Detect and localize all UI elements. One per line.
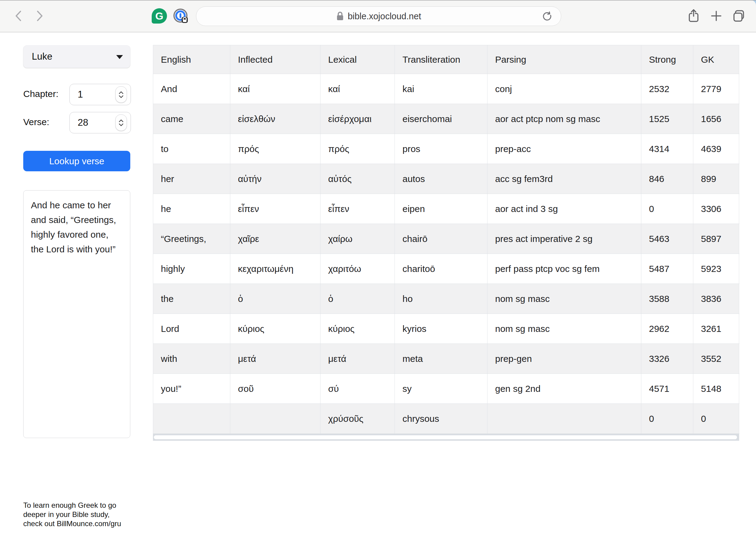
cell-english: the: [153, 284, 230, 314]
column-header-strong: Strong: [641, 45, 693, 74]
cell-strong: 4314: [641, 134, 693, 164]
book-select[interactable]: Luke: [23, 45, 130, 68]
table-row: highlyκεχαριτωμένηχαριτόωcharitoōperf pa…: [153, 254, 739, 284]
cell-lexical: αὐτός: [321, 164, 395, 194]
cell-english: Lord: [153, 314, 230, 344]
cell-parsing: prep-gen: [487, 344, 641, 374]
table-row: herαὐτήναὐτόςautosacc sg fem3rd846899: [153, 164, 739, 194]
table-row: Lordκύριοςκύριοςkyriosnom sg masc2962326…: [153, 314, 739, 344]
cell-gk: 4639: [693, 134, 739, 164]
cell-strong: 846: [641, 164, 693, 194]
cell-parsing: pres act imperative 2 sg: [487, 224, 641, 254]
table-row: theὁὁhonom sg masc35883836: [153, 284, 739, 314]
cell-transliteration: ho: [395, 284, 487, 314]
cell-strong: 0: [641, 194, 693, 224]
stepper-down-icon: [119, 95, 124, 98]
cell-inflected: κύριος: [230, 314, 321, 344]
stepper-down-icon: [119, 123, 124, 126]
lock-icon: [336, 11, 344, 21]
cell-transliteration: chairō: [395, 224, 487, 254]
plus-icon: [710, 10, 722, 22]
cell-transliteration: meta: [395, 344, 487, 374]
cell-lexical: πρός: [321, 134, 395, 164]
cell-gk: 2779: [693, 74, 739, 104]
cell-english: to: [153, 134, 230, 164]
tab-overview-button[interactable]: [732, 9, 746, 23]
cell-english: highly: [153, 254, 230, 284]
table-row: you!”σοῦσύsygen sg 2nd45715148: [153, 374, 739, 404]
address-bar[interactable]: bible.xojocloud.net: [196, 6, 561, 26]
cell-strong: 1525: [641, 104, 693, 134]
chevron-left-icon: [15, 10, 22, 22]
cell-inflected: εἰσελθών: [230, 104, 321, 134]
cell-parsing: acc sg fem3rd: [487, 164, 641, 194]
cell-parsing: conj: [487, 74, 641, 104]
back-button[interactable]: [12, 8, 24, 24]
cell-transliteration: charitoō: [395, 254, 487, 284]
cell-english: you!”: [153, 374, 230, 404]
cell-gk: 0: [693, 404, 739, 434]
cell-english: with: [153, 344, 230, 374]
cell-lexical: εἶπεν: [321, 194, 395, 224]
cell-transliteration: kai: [395, 74, 487, 104]
verse-input[interactable]: 28: [69, 112, 131, 133]
column-header-english: English: [153, 45, 230, 74]
reload-button[interactable]: [542, 11, 553, 22]
cell-transliteration: sy: [395, 374, 487, 404]
cell-gk: 3836: [693, 284, 739, 314]
table-row: heεἶπενεἶπενeipenaor act ind 3 sg03306: [153, 194, 739, 224]
chapter-input[interactable]: 1: [69, 84, 131, 105]
cell-parsing: [487, 404, 641, 434]
column-header-parsing: Parsing: [487, 45, 641, 74]
share-button[interactable]: [686, 9, 701, 23]
cell-english: “Greetings,: [153, 224, 230, 254]
cell-inflected: σοῦ: [230, 374, 321, 404]
cell-lexical: χρύσοῦς: [321, 404, 395, 434]
forward-button[interactable]: [34, 8, 46, 24]
cell-parsing: prep-acc: [487, 134, 641, 164]
cell-gk: 899: [693, 164, 739, 194]
cell-gk: 5923: [693, 254, 739, 284]
cell-lexical: σύ: [321, 374, 395, 404]
cell-inflected: καί: [230, 74, 321, 104]
chapter-label: Chapter:: [23, 89, 58, 99]
window-top-edge: [0, 0, 756, 1]
column-header-gk: GK: [693, 45, 739, 74]
cell-strong: 2532: [641, 74, 693, 104]
cell-lexical: μετά: [321, 344, 395, 374]
cell-gk: 1656: [693, 104, 739, 134]
cell-strong: 0: [641, 404, 693, 434]
cell-transliteration: eiserchomai: [395, 104, 487, 134]
chapter-stepper[interactable]: [115, 86, 127, 103]
footer-note: To learn enough Greek to go deeper in yo…: [23, 501, 129, 528]
stepper-up-icon: [119, 119, 124, 122]
cell-strong: 3326: [641, 344, 693, 374]
scrollbar-thumb[interactable]: [154, 435, 737, 439]
1password-extension-icon[interactable]: [173, 8, 188, 24]
cell-transliteration: autos: [395, 164, 487, 194]
cell-gk: 3261: [693, 314, 739, 344]
lookup-verse-button[interactable]: Lookup verse: [23, 151, 130, 171]
verse-value: 28: [78, 117, 88, 128]
table-row: cameεἰσελθώνεἰσέρχομαιeiserchomaiaor act…: [153, 104, 739, 134]
cell-transliteration: pros: [395, 134, 487, 164]
cell-english: [153, 404, 230, 434]
cell-english: her: [153, 164, 230, 194]
table-header-row: EnglishInflectedLexicalTransliterationPa…: [153, 45, 739, 74]
verse-stepper[interactable]: [115, 114, 127, 131]
cell-transliteration: chrysous: [395, 404, 487, 434]
grammarly-extension-icon[interactable]: G: [152, 8, 167, 24]
book-select-value: Luke: [32, 51, 52, 62]
cell-english: came: [153, 104, 230, 134]
cell-gk: 5897: [693, 224, 739, 254]
cell-gk: 3306: [693, 194, 739, 224]
share-icon: [687, 9, 700, 23]
cell-lexical: καί: [321, 74, 395, 104]
horizontal-scrollbar[interactable]: [153, 434, 739, 440]
column-header-transliteration: Transliteration: [395, 45, 487, 74]
new-tab-button[interactable]: [709, 9, 724, 23]
table-row: “Greetings,χαῖρεχαίρωchairōpres act impe…: [153, 224, 739, 254]
cell-inflected: κεχαριτωμένη: [230, 254, 321, 284]
tabs-overview-icon: [732, 9, 745, 22]
verse-text-area[interactable]: And he came to her and said, “Greetings,…: [23, 190, 130, 438]
